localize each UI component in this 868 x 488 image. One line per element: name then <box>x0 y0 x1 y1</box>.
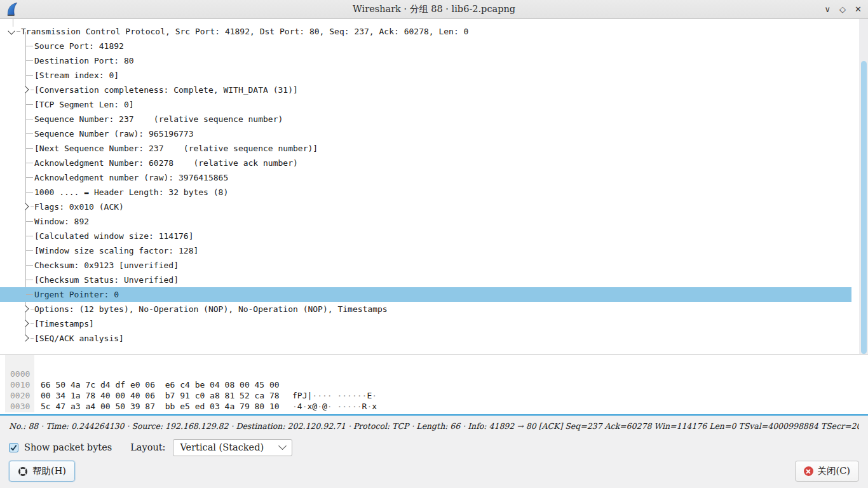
tree-row[interactable]: [Window size scaling factor: 128] <box>0 243 851 258</box>
expander-icon[interactable] <box>22 305 29 312</box>
window-title: Wireshark · 分组 88 · lib6-2.pcapng <box>0 0 868 18</box>
tree-scrollbar[interactable] <box>859 19 868 354</box>
hex-row[interactable]: 0000 66 50 4a 7c d4 df e0 06 e6 c4 be 04… <box>0 358 868 369</box>
tree-row-label: [SEQ/ACK analysis] <box>34 334 124 343</box>
packet-summary-line: No.: 88 · Time: 0.244264130 · Source: 19… <box>9 421 859 431</box>
tree-row[interactable]: Options: (12 bytes), No-Operation (NOP),… <box>0 302 851 316</box>
tree-row-label: Flags: 0x010 (ACK) <box>34 202 124 212</box>
chevron-down-icon <box>279 442 287 450</box>
tree-row-label: Checksum: 0x9123 [unverified] <box>34 261 179 270</box>
tree-row-label: [Conversation completeness: Complete, WI… <box>34 85 298 95</box>
dialog-footer: No.: 88 · Time: 0.244264130 · Source: 19… <box>0 416 868 488</box>
tree-row-label: 1000 .... = Header Length: 32 bytes (8) <box>34 187 228 197</box>
tree-row[interactable]: Urgent Pointer: 0 <box>0 287 851 302</box>
tree-row-label: Sequence Number (raw): 965196773 <box>34 129 193 139</box>
close-button-label: 关闭(C) <box>818 465 850 477</box>
tree-row[interactable]: [Next Sequence Number: 237 (relative seq… <box>0 141 851 156</box>
expander-icon[interactable] <box>22 320 29 327</box>
tree-row[interactable]: Acknowledgment number (raw): 3976415865 <box>0 170 851 185</box>
close-circle-icon <box>804 466 813 476</box>
show-packet-bytes-label[interactable]: Show packet bytes <box>24 442 112 452</box>
tree-row[interactable]: Destination Port: 80 <box>0 53 851 68</box>
hex-row[interactable]: 0030 03 7c 91 23 00 00 01 01 08 0a ee 7a… <box>0 390 868 401</box>
tree-row[interactable]: [Checksum Status: Unverified] <box>0 273 851 287</box>
tree-row[interactable]: Acknowledgment Number: 60278 (relative a… <box>0 156 851 170</box>
tree-row-label: Acknowledgment number (raw): 3976415865 <box>34 173 228 182</box>
tree-row[interactable]: [Conversation completeness: Complete, WI… <box>0 83 851 97</box>
tree-row-label: Acknowledgment Number: 60278 (relative a… <box>34 158 298 168</box>
tree-row-label: Source Port: 41892 <box>34 41 124 51</box>
tree-scrollbar-thumb[interactable] <box>861 61 867 354</box>
tree-row-label: [Calculated window size: 114176] <box>34 231 193 241</box>
close-window-button[interactable]: ✕ <box>855 0 862 18</box>
tree-row-label: Window: 892 <box>34 217 89 226</box>
packet-bytes-pane: 0000 66 50 4a 7c d4 df e0 06 e6 c4 be 04… <box>0 355 868 412</box>
expander-icon[interactable] <box>22 203 29 210</box>
tree-row-label: Sequence Number: 237 (relative sequence … <box>34 114 283 124</box>
layout-select-value: Vertical (Stacked) <box>180 442 264 452</box>
tree-row[interactable]: Sequence Number (raw): 965196773 <box>0 126 851 141</box>
tree-row[interactable]: [TCP Segment Len: 0] <box>0 97 851 112</box>
tree-row-label: Urgent Pointer: 0 <box>34 290 119 299</box>
tree-row-label: [TCP Segment Len: 0] <box>34 100 134 109</box>
tree-row[interactable]: 1000 .... = Header Length: 32 bytes (8) <box>0 185 851 200</box>
tree-row[interactable]: Sequence Number: 237 (relative sequence … <box>0 112 851 126</box>
expander-icon[interactable] <box>8 27 15 34</box>
show-packet-bytes-checkbox[interactable] <box>9 443 18 452</box>
help-icon <box>18 466 28 477</box>
tree-row-label: [Stream index: 0] <box>34 71 119 80</box>
tree-row[interactable]: Flags: 0x010 (ACK) <box>0 200 851 214</box>
titlebar: Wireshark · 分组 88 · lib6-2.pcapng ∨ ◇ ✕ <box>0 0 868 19</box>
tree-row-label: Options: (12 bytes), No-Operation (NOP),… <box>34 304 388 314</box>
help-button[interactable]: 帮助(H) <box>9 461 75 482</box>
hex-row[interactable]: 0010 00 34 1a 78 40 00 40 06 b7 91 c0 a8… <box>0 369 868 379</box>
tree-row[interactable]: Source Port: 41892 <box>0 39 851 53</box>
packet-detail-tree: Transmission Control Protocol, Src Port:… <box>0 19 868 355</box>
tree-row-label: Transmission Control Protocol, Src Port:… <box>21 27 468 36</box>
tree-row[interactable]: [Timestamps] <box>0 316 851 331</box>
tree-row-label: [Window size scaling factor: 128] <box>34 246 198 255</box>
tree-row-label: [Timestamps] <box>34 319 94 329</box>
expander-icon[interactable] <box>22 334 29 341</box>
close-button[interactable]: 关闭(C) <box>795 461 859 482</box>
tree-row-label: [Next Sequence Number: 237 (relative seq… <box>34 144 318 153</box>
layout-label: Layout: <box>130 442 165 452</box>
help-button-label: 帮助(H) <box>32 465 66 477</box>
minimize-button[interactable]: ∨ <box>825 0 831 18</box>
tree-row[interactable]: [SEQ/ACK analysis] <box>0 331 851 346</box>
layout-select[interactable]: Vertical (Stacked) <box>173 439 292 456</box>
checkmark-icon <box>10 444 18 452</box>
tree-row[interactable]: Window: 892 <box>0 214 851 229</box>
tree-row[interactable]: Checksum: 0x9123 [unverified] <box>0 258 851 273</box>
hex-row[interactable]: 0020 5c 47 a3 a4 00 50 39 87 bb e5 ed 03… <box>0 379 868 390</box>
tree-row[interactable]: [Stream index: 0] <box>0 68 851 83</box>
tree-row[interactable]: [Calculated window size: 114176] <box>0 229 851 243</box>
tree-row-label: [Checksum Status: Unverified] <box>34 275 179 285</box>
packet-detail-window: Wireshark · 分组 88 · lib6-2.pcapng ∨ ◇ ✕ … <box>0 0 868 488</box>
tree-row[interactable]: Transmission Control Protocol, Src Port:… <box>0 24 851 39</box>
tree-row-label: Destination Port: 80 <box>34 56 134 65</box>
expander-icon[interactable] <box>22 86 29 93</box>
maximize-button[interactable]: ◇ <box>839 0 846 18</box>
hex-row[interactable]: 0040 db b3 ·· <box>0 401 868 412</box>
